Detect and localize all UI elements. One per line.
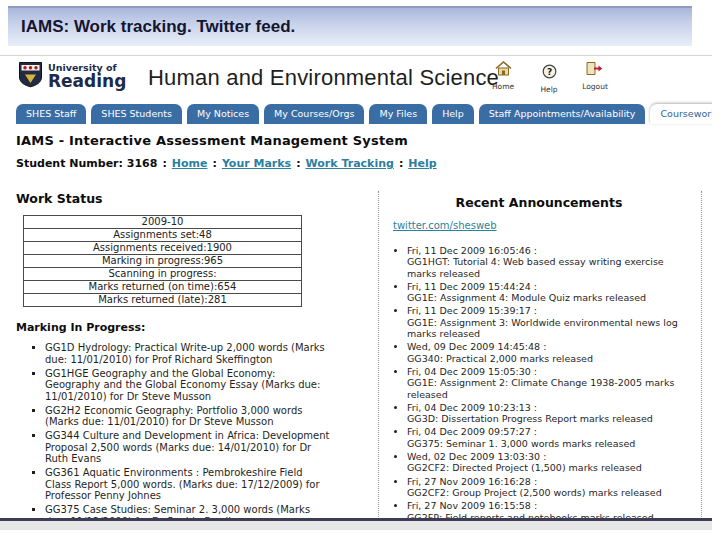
nav-tab-label: My Courses/Orgs	[274, 108, 354, 119]
breadcrumb-link[interactable]: Help	[408, 157, 436, 170]
announcement-date: Fri, 27 Nov 2009 16:16:28 :	[407, 476, 692, 487]
announcement-item: Fri, 04 Dec 2009 15:05:30 : GG1E: Assign…	[407, 366, 692, 400]
work-status-row: Assignments set:48	[24, 229, 301, 242]
nav-tab[interactable]: SHES Students	[91, 104, 182, 124]
page-body: IAMS - Interactive Assessment Management…	[0, 133, 712, 521]
announcement-text: GG2CF2: Directed Project (1,500) marks r…	[407, 462, 642, 473]
work-status-row: Marks returned (on time):654	[24, 281, 301, 294]
announcement-item: Fri, 11 Dec 2009 15:44:24 : GG1E: Assign…	[407, 281, 692, 304]
header-actions: Home ? Help	[484, 61, 614, 94]
slide-title: IAMS: Work tracking. Twitter feed.	[8, 6, 692, 46]
logout-label: Logout	[582, 82, 608, 91]
page-title: IAMS - Interactive Assessment Management…	[16, 133, 712, 148]
announcement-date: Fri, 11 Dec 2009 15:39:17 :	[407, 305, 692, 316]
work-status-row: 2009-10	[24, 216, 301, 229]
slide: IAMS: Work tracking. Twitter feed. Unive…	[0, 0, 720, 540]
announcement-text: GG1HGT: Tutorial 4: Web based essay writ…	[407, 256, 664, 278]
announcement-date: Fri, 11 Dec 2009 16:05:46 :	[407, 245, 692, 256]
announcement-date: Fri, 04 Dec 2009 15:05:30 :	[407, 366, 692, 377]
announcement-date: Fri, 04 Dec 2009 09:57:27 :	[407, 426, 692, 437]
breadcrumb-link[interactable]: Your Marks	[222, 157, 291, 170]
announcements-list: Fri, 11 Dec 2009 16:05:46 : GG1HGT: Tuto…	[386, 245, 692, 521]
home-label: Home	[492, 82, 514, 91]
nav-tab[interactable]: SHES Staff	[16, 104, 86, 124]
nav-tab-label: SHES Staff	[26, 108, 76, 119]
announcement-text: GG2FP: Field reports and notebooks marks…	[407, 512, 654, 521]
marking-item: GG361 Aquatic Environments : Pembrokeshi…	[45, 467, 332, 502]
university-logo[interactable]: University of Reading	[18, 61, 126, 92]
nav-tab[interactable]: Coursework Submission	[650, 104, 712, 124]
nav-tab[interactable]: Help	[432, 104, 474, 124]
marking-list: GG1D Hydrology: Practical Write-up 2,000…	[14, 342, 332, 521]
nav-tabs: SHES Staff SHES Students My Notices My C…	[0, 102, 712, 124]
svg-text:?: ?	[546, 67, 551, 77]
shield-icon	[18, 61, 43, 92]
nav-tab-label: Coursework Submission	[660, 108, 712, 119]
announcement-item: Fri, 27 Nov 2009 16:16:28 : GG2CF2: Grou…	[407, 476, 692, 499]
marking-item: GG1HGE Geography and the Global Economy:…	[45, 368, 332, 403]
nav-tab-label: Staff Appointments/Availability	[489, 108, 636, 119]
site-header: University of Reading Human and Environm…	[0, 56, 712, 102]
breadcrumb-separator: :	[399, 157, 403, 170]
marking-item: GG375 Case Studies: Seminar 2. 3,000 wor…	[45, 504, 332, 521]
nav-tab[interactable]: My Files	[369, 104, 427, 124]
column-divider	[378, 191, 379, 521]
announcements-heading: Recent Announcements	[386, 195, 692, 210]
announcement-date: Wed, 02 Dec 2009 13:03:30 :	[407, 451, 692, 462]
help-button[interactable]: ? Help	[530, 64, 568, 94]
nav-tab-label: Help	[442, 108, 464, 119]
announcement-text: GG3D: Dissertation Progress Report marks…	[407, 413, 653, 424]
work-status-heading: Work Status	[16, 191, 376, 206]
twitter-link[interactable]: twitter.com/shesweb	[393, 220, 497, 231]
announcement-item: Wed, 02 Dec 2009 13:03:30 : GG2CF2: Dire…	[407, 451, 692, 474]
breadcrumb: Student Number: 3168:Home:Your Marks:Wor…	[16, 157, 712, 170]
logout-button[interactable]: Logout	[576, 61, 614, 94]
student-number: Student Number: 3168	[16, 157, 157, 170]
marking-heading: Marking In Progress:	[16, 321, 376, 334]
nav-tab[interactable]: Staff Appointments/Availability	[479, 104, 646, 124]
breadcrumb-separator: :	[212, 157, 216, 170]
announcement-date: Fri, 11 Dec 2009 15:44:24 :	[407, 281, 692, 292]
announcement-date: Fri, 04 Dec 2009 10:23:13 :	[407, 402, 692, 413]
work-status-row: Assignments received:1900	[24, 242, 301, 255]
right-border-divider	[701, 191, 702, 521]
announcement-item: Fri, 11 Dec 2009 15:39:17 : GG1E: Assign…	[407, 305, 692, 339]
work-status-row: Scanning in progress:	[24, 268, 301, 281]
announcement-item: Wed, 09 Dec 2009 14:45:48 : GG340: Pract…	[407, 341, 692, 364]
announcements-column: Recent Announcements twitter.com/shesweb…	[386, 195, 692, 521]
announcement-date: Fri, 27 Nov 2009 16:15:58 :	[407, 500, 692, 511]
announcement-text: GG2CF2: Group Project (2,500 words) mark…	[407, 487, 662, 498]
help-label: Help	[540, 85, 557, 94]
logout-icon	[586, 61, 604, 80]
nav-tab-label: SHES Students	[101, 108, 172, 119]
breadcrumb-link[interactable]: Work Tracking	[306, 157, 394, 170]
help-icon: ?	[542, 64, 557, 83]
nav-tab-label: My Files	[379, 108, 417, 119]
home-icon	[495, 61, 512, 80]
browser-screenshot: University of Reading Human and Environm…	[0, 55, 712, 521]
announcement-text: GG375: Seminar 1. 3,000 words marks rele…	[407, 438, 635, 449]
announcement-item: Fri, 27 Nov 2009 16:15:58 : GG2FP: Field…	[407, 500, 692, 521]
marking-item: GG2H2 Economic Geography: Portfolio 3,00…	[45, 405, 332, 428]
announcement-date: Wed, 09 Dec 2009 14:45:48 :	[407, 341, 692, 352]
nav-tab[interactable]: My Courses/Orgs	[264, 104, 364, 124]
nav-tab[interactable]: My Notices	[187, 104, 259, 124]
breadcrumb-separator: :	[296, 157, 300, 170]
department-title: Human and Environmental Science	[148, 65, 499, 91]
work-status-column: Work Status 2009-10 Assignments set:48 A…	[14, 191, 376, 521]
announcement-text: GG1E: Assignment 3: Worldwide environmen…	[407, 317, 678, 339]
work-status-row: Marking in progress:965	[24, 255, 301, 268]
marking-item: GG1D Hydrology: Practical Write-up 2,000…	[45, 342, 332, 365]
home-button[interactable]: Home	[484, 61, 522, 94]
marking-item: GG344 Culture and Development in Africa:…	[45, 430, 332, 465]
work-status-row: Marks returned (late):281	[24, 294, 301, 306]
breadcrumb-link[interactable]: Home	[172, 157, 208, 170]
logo-text: University of Reading	[48, 63, 126, 91]
announcement-text: GG1E: Assignment 2: Climate Change 1938-…	[407, 377, 674, 399]
nav-tab-label: My Notices	[197, 108, 249, 119]
announcement-text: GG340: Practical 2,000 marks released	[407, 353, 593, 364]
announcement-text: GG1E: Assignment 4: Module Quiz marks re…	[407, 292, 646, 303]
announcement-item: Fri, 04 Dec 2009 10:23:13 : GG3D: Disser…	[407, 402, 692, 425]
work-status-table: 2009-10 Assignments set:48 Assignments r…	[23, 215, 302, 307]
announcement-item: Fri, 11 Dec 2009 16:05:46 : GG1HGT: Tuto…	[407, 245, 692, 279]
